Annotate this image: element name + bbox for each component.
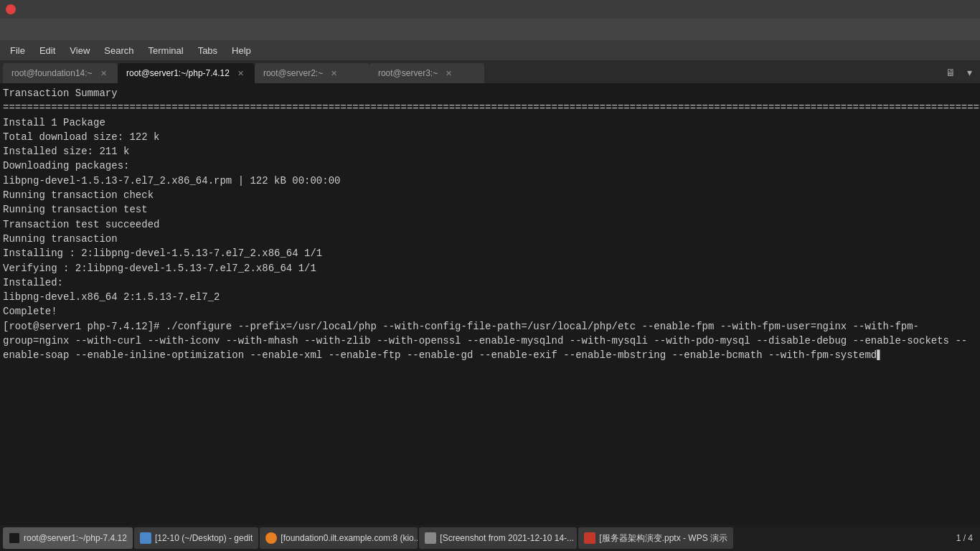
tab-foundation14[interactable]: root@foundation14:~ ✕ [3,63,118,83]
wps-icon [584,532,595,544]
tab-server1-php[interactable]: root@server1:~/php-7.4.12 ✕ [118,63,255,83]
taskbar-item-terminal[interactable]: root@server1:~/php-7.4.12 [3,527,133,549]
taskbar-item-screenshot[interactable]: [Screenshot from 2021-12-10 14-... [419,527,577,549]
tab-label: root@server3:~ [378,68,438,78]
tab-server3[interactable]: root@server3:~ ✕ [369,63,484,83]
tab-close-server2[interactable]: ✕ [329,68,339,79]
tabs-right-controls: 🖥 ▾ [943,65,977,83]
new-tab-button[interactable]: 🖥 [943,65,958,80]
menu-search[interactable]: Search [97,44,141,57]
screenshot-icon [425,532,436,544]
taskbar-label-terminal: root@server1:~/php-7.4.12 [24,533,127,543]
gedit-icon [140,532,151,544]
menu-terminal[interactable]: Terminal [141,44,191,57]
menu-bar: File Edit View Search Terminal Tabs Help [0,40,980,60]
tab-close-foundation14[interactable]: ✕ [98,68,109,79]
taskbar-item-gedit[interactable]: [12-10 (~/Desktop) - gedit [134,527,258,549]
maximize-button[interactable] [947,24,958,35]
app-icon [6,4,16,14]
tab-label: root@server1:~/php-7.4.12 [126,68,230,78]
terminal-content[interactable]: Transaction Summary=====================… [0,83,980,525]
menu-tabs[interactable]: Tabs [191,44,225,57]
menu-help[interactable]: Help [225,44,258,57]
title-bar [0,19,980,40]
tabs-bar: root@foundation14:~ ✕ root@server1:~/php… [0,60,980,83]
tab-dropdown-button[interactable]: ▾ [961,65,977,80]
tab-label: root@server2:~ [263,68,323,78]
taskbar-label-gedit: [12-10 (~/Desktop) - gedit [155,533,253,543]
close-button[interactable] [963,24,974,35]
taskbar: root@server1:~/php-7.4.12 [12-10 (~/Desk… [0,525,980,551]
tab-server2[interactable]: root@server2:~ ✕ [255,63,369,83]
taskbar-item-browser[interactable]: [foundation0.ilt.example.com:8 (kio... [260,527,418,549]
browser-icon [265,532,277,544]
taskbar-label-browser: [foundation0.ilt.example.com:8 (kio... [281,533,418,543]
menu-file[interactable]: File [3,44,32,57]
title-bar-controls [931,24,974,35]
menu-edit[interactable]: Edit [32,44,62,57]
taskbar-label-screenshot: [Screenshot from 2021-12-10 14-... [440,533,574,543]
system-bar [0,0,980,19]
taskbar-page-indicator: 1 / 4 [956,533,977,543]
tab-close-server3[interactable]: ✕ [443,68,454,79]
minimize-button[interactable] [931,24,943,35]
menu-view[interactable]: View [62,44,97,57]
taskbar-item-wps[interactable]: [服务器架构演变.pptx - WPS 演示 [578,527,733,549]
terminal-icon [9,532,20,544]
tab-label: root@foundation14:~ [11,68,93,78]
taskbar-label-wps: [服务器架构演变.pptx - WPS 演示 [599,532,727,545]
system-bar-left [6,4,42,14]
tab-close-server1[interactable]: ✕ [235,68,246,79]
